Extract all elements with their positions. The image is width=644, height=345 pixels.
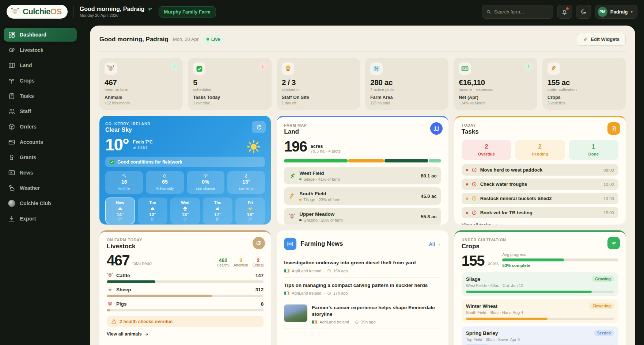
cow-icon [288,213,296,220]
pending-pill[interactable]: 2Pending [515,140,565,160]
check-icon [109,159,115,165]
crop-card-silage[interactable]: SilageGrowing West Fields · 80ac · Cut: … [462,272,618,296]
live-dot [207,38,209,41]
sidebar-item-accounts[interactable]: Accounts [4,135,77,149]
cattle-bar [107,280,155,283]
forecast-wed[interactable]: Wed13°6° [170,198,200,224]
page-date: Mon, 20 Apr [173,37,198,42]
overdue-pill[interactable]: 2Overdue [462,140,511,160]
pencil-icon [583,37,588,42]
dark-mode-toggle[interactable] [576,5,591,19]
status-dot [299,199,302,201]
crop-card-winter-wheat[interactable]: Winter WheatFlowering South Field · 45ac… [462,299,618,323]
app-logo[interactable]: CulchieOS [7,5,68,19]
stat-card-farm-area[interactable]: 280 ac 4 active plots Farm Area 113 ha t… [365,58,448,110]
search-input[interactable] [494,9,549,15]
wind-metric: 16km/h E [105,171,143,194]
avg-progress-bar [502,258,618,261]
sprout-icon [611,240,617,246]
ireland-flag-icon [312,320,317,324]
farmer-icon [284,65,292,73]
stat-card-crops[interactable]: 155 ac under cultivation Crops 3 varieti… [542,58,626,110]
open-map-button[interactable] [430,122,443,135]
health-summary: 462Healthy 3Attention 2Critical [217,257,264,267]
wallet-icon [8,138,15,146]
sidebar-item-staff[interactable]: Staff [4,104,77,118]
panel-header: Good morning, Padraig Mon, 20 Apr Live E… [99,33,626,52]
sidebar-item-land[interactable]: Land [4,58,77,72]
livestock-row-cattle[interactable]: Cattle147 [107,272,264,283]
field-row-west-field[interactable]: West FieldSilage · 41% of farm 80.1 ac [284,167,441,184]
farm-name-badge[interactable]: Murphy Family Farm [159,6,216,18]
task-row[interactable]: Move herd to west paddock08:00 [462,164,618,176]
sidebar-item-livestock[interactable]: Livestock [4,43,77,57]
cow-icon [107,272,113,279]
trend-up-icon: ↑ [170,62,178,71]
clock-icon [471,167,477,173]
crops-acres-value: 155 [462,253,484,269]
view-all-animals-link[interactable]: View all animals [107,331,149,337]
header-divider [73,5,74,18]
sidebar-item-export[interactable]: Export [4,212,77,226]
done-pill[interactable]: 1Done [569,140,618,160]
news-all-link[interactable]: All → [429,241,441,247]
livestock-row-pigs[interactable]: Pigs8 [107,300,264,311]
forecast-now[interactable]: Now14°0° [105,198,135,224]
profile-menu[interactable]: PM Padraig ▾ [595,5,637,19]
sidebar-item-news[interactable]: News [4,166,77,180]
forecast-fri[interactable]: Fri18°8° [235,198,265,224]
stat-value: €16,110 [459,78,532,87]
crop-status-badge: Flowering [589,303,614,309]
stat-card-animals[interactable]: ↑ 467 head on farm Animals +12 this mont… [99,58,183,110]
field-row-south-field[interactable]: South FieldTillage · 23% of farm 45.0 ac [284,187,441,205]
widget-grid: CO. KERRY, IRELAND Clear Sky 10° Feels 7… [99,116,626,345]
weather-feels-like: Feels 7°C [133,139,153,145]
task-row[interactable]: Book vet for TB testing15:00 [462,207,618,218]
wheat-icon [288,192,296,200]
news-item[interactable]: Tips on managing a compact calving patte… [284,278,441,300]
stat-card-staff-on-site[interactable]: 2 / 3 clocked in Staff On Site 1 day off [277,58,360,110]
forecast-thu[interactable]: Thu17°8° [203,198,232,224]
crops-button[interactable] [607,237,620,249]
app-logo-text: CulchieOS [23,7,62,16]
map-icon [372,65,380,73]
umbrella-icon [203,173,208,178]
sidebar-item-orders[interactable]: Orders [4,120,77,134]
sidebar-item-crops[interactable]: Crops [4,74,77,88]
forecast-tue[interactable]: Tue12°6° [138,198,167,224]
tasks-button[interactable] [607,122,620,135]
sidebar-item-weather[interactable]: Weather [4,181,77,195]
trend-up-icon: ↑ [524,62,533,71]
notifications-button[interactable] [557,5,572,19]
search-bar[interactable] [482,5,553,19]
sidebar-item-grants[interactable]: Grants [4,150,77,164]
view-all-tasks-link[interactable]: View all tasks [462,223,498,225]
sidebar: Dashboard Livestock Land Crops Tasks Sta… [0,23,80,345]
sheep-icon [107,286,113,293]
weather-refresh-button[interactable] [252,121,266,133]
livestock-row-sheep[interactable]: Sheep312 [107,286,264,297]
stat-value: 467 [105,78,178,87]
stat-value: 280 ac [370,78,443,87]
edit-widgets-button[interactable]: Edit Widgets [577,33,626,46]
status-dot [466,198,468,200]
land-subtext: 79.3 ha · 4 plots [311,149,341,153]
sidebar-item-culchie-club[interactable]: Culchie Club [4,196,77,210]
status-dot [299,219,302,221]
sidebar-item-dashboard[interactable]: Dashboard [4,28,77,42]
field-row-upper-meadow[interactable]: Upper MeadowGrazing · 28% of farm 55.8 a… [284,208,441,225]
health-check-warning: 2 health checks overdue [107,316,264,327]
news-item[interactable]: Investigation underway into green diesel… [284,255,441,278]
weather-metrics: 16km/h E 65% humidity 0%rain chance 13°s… [105,171,265,194]
crop-card-spring-barley[interactable]: Spring BarleySeeded Top Field · 30ac · S… [462,326,618,345]
check-icon [196,65,203,73]
news-item[interactable]: Farmer's cancer experience helps shape E… [284,300,441,329]
sidebar-item-tasks[interactable]: Tasks [4,89,77,103]
stat-card-tasks-today[interactable]: ↓ 5 scheduled Tasks Today 1 overdue [188,58,271,110]
task-row[interactable]: Check water troughs10:00 [462,179,618,190]
cloud-sun-icon [8,184,15,192]
task-row[interactable]: Restock mineral buckets Shed213:00 [462,193,618,204]
sheep-bar [107,295,212,297]
stats-row: ↑ 467 head on farm Animals +12 this mont… [99,58,626,110]
stat-card-net[interactable]: ↑ €16,110 income – expenses Net (Apr) +1… [454,58,537,110]
